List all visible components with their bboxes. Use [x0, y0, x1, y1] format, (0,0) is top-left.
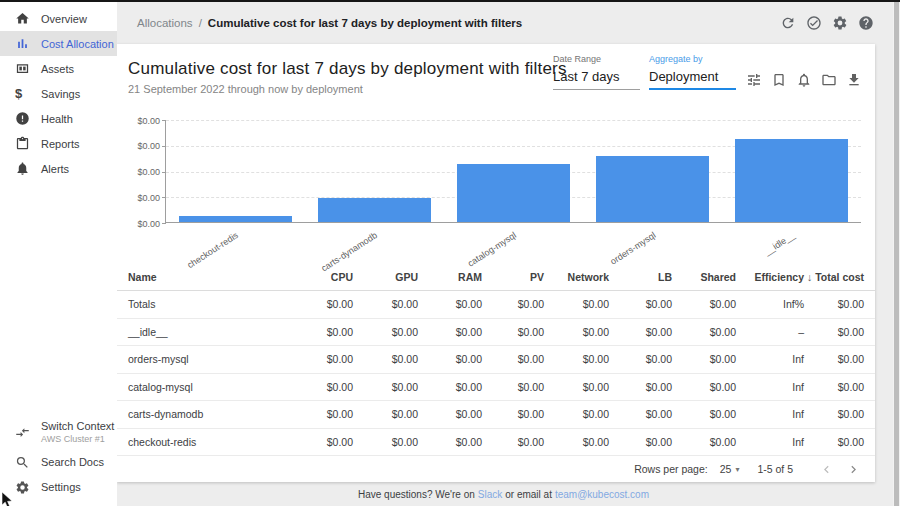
- topbar: Allocations / Cumulative cost for last 7…: [117, 2, 900, 44]
- sidebar-item-texts: Settings: [41, 481, 81, 495]
- sidebar-item-alerts[interactable]: Alerts: [0, 156, 117, 181]
- x-label-slot: orders-mysql: [583, 223, 722, 251]
- date-range-value[interactable]: Last 7 days: [553, 69, 640, 90]
- sidebar-item-texts: Switch ContextAWS Cluster #1: [41, 420, 114, 445]
- sidebar-item-label: Search Docs: [41, 456, 104, 470]
- cell-pv: $0.00: [482, 408, 544, 420]
- table-row-orders-mysql[interactable]: orders-mysql$0.00$0.00$0.00$0.00$0.00$0.…: [117, 346, 875, 374]
- sidebar-item-settings[interactable]: Settings: [0, 475, 117, 500]
- cell-efficiency: –: [736, 326, 804, 338]
- slack-link[interactable]: Slack: [478, 489, 502, 500]
- bar-slot: [583, 120, 722, 222]
- bar-idle[interactable]: [735, 139, 848, 222]
- breadcrumb-section[interactable]: Allocations: [137, 17, 193, 29]
- page-scrollbar[interactable]: [893, 2, 900, 506]
- column-header-ram[interactable]: RAM: [418, 271, 482, 283]
- table-row-checkout-redis[interactable]: checkout-redis$0.00$0.00$0.00$0.00$0.00$…: [117, 429, 875, 457]
- aggregate-by-label: Aggregate by: [649, 54, 736, 64]
- column-header-name[interactable]: Name: [128, 271, 287, 283]
- cell-network: $0.00: [544, 326, 609, 338]
- health-icon: [15, 111, 30, 126]
- gear-icon: [832, 15, 848, 31]
- caret-down-icon: ▾: [735, 465, 739, 474]
- cell-cpu: $0.00: [287, 381, 353, 393]
- column-header-efficiency[interactable]: Efficiency: [736, 271, 804, 283]
- sidebar-item-switch-context[interactable]: Switch ContextAWS Cluster #1: [0, 415, 117, 450]
- previous-page-button[interactable]: [813, 462, 840, 477]
- sidebar-item-health[interactable]: Health: [0, 106, 117, 131]
- cell-efficiency: Inf: [736, 381, 804, 393]
- x-axis-label: __idle__: [763, 230, 797, 257]
- cell-gpu: $0.00: [353, 353, 418, 365]
- tune-button[interactable]: [746, 72, 762, 88]
- y-axis-tick-label: $0.00: [137, 141, 160, 151]
- x-axis-labels: checkout-rediscarts-dynamodbcatalog-mysq…: [165, 223, 861, 251]
- column-header-lb[interactable]: LB: [609, 271, 672, 283]
- column-header-shared[interactable]: Shared: [672, 271, 736, 283]
- gear-button[interactable]: [832, 15, 848, 31]
- aggregate-by-value[interactable]: Deployment: [649, 69, 736, 90]
- cell-pv: $0.00: [482, 436, 544, 448]
- cell-efficiency: Inf: [736, 408, 804, 420]
- bar-checkout-redis[interactable]: [179, 216, 292, 222]
- cell-ram: $0.00: [418, 326, 482, 338]
- rows-per-page-select[interactable]: 25 ▾: [720, 463, 740, 475]
- sidebar-item-assets[interactable]: Assets: [0, 56, 117, 81]
- y-axis-tick-label: $0.00: [137, 116, 160, 126]
- cell-total-cost: $0.00: [804, 436, 864, 448]
- topbar-icons: [780, 15, 874, 31]
- report-header: Cumulative cost for last 7 days by deplo…: [128, 59, 567, 95]
- check-circle-button[interactable]: [806, 15, 822, 31]
- bar-orders-mysql[interactable]: [596, 156, 709, 222]
- email-link[interactable]: team@kubecost.com: [555, 489, 649, 500]
- refresh-button[interactable]: [780, 15, 796, 31]
- cell-cpu: $0.00: [287, 298, 353, 310]
- table-row-totals[interactable]: Totals$0.00$0.00$0.00$0.00$0.00$0.00$0.0…: [117, 291, 875, 319]
- sidebar-item-overview[interactable]: Overview: [0, 6, 117, 31]
- report-subtitle: 21 September 2022 through now by deploym…: [128, 83, 567, 95]
- sidebar: OverviewCost AllocationAssets$SavingsHea…: [0, 2, 117, 506]
- sidebar-footer: Switch ContextAWS Cluster #1Search DocsS…: [0, 415, 117, 500]
- sidebar-item-reports[interactable]: Reports: [0, 131, 117, 156]
- cell-shared: $0.00: [672, 353, 736, 365]
- cell-ram: $0.00: [418, 298, 482, 310]
- bar-catalog-mysql[interactable]: [457, 164, 570, 222]
- column-header-gpu[interactable]: GPU: [353, 271, 418, 283]
- cell-name: carts-dynamodb: [128, 408, 287, 420]
- cell-shared: $0.00: [672, 298, 736, 310]
- column-header-pv[interactable]: PV: [482, 271, 544, 283]
- table-row-carts-dynamodb[interactable]: carts-dynamodb$0.00$0.00$0.00$0.00$0.00$…: [117, 401, 875, 429]
- cell-efficiency: Inf%: [736, 298, 804, 310]
- download-button[interactable]: [846, 72, 862, 88]
- column-header-total-cost[interactable]: ↓Total cost: [804, 271, 864, 283]
- cell-gpu: $0.00: [353, 326, 418, 338]
- cell-network: $0.00: [544, 353, 609, 365]
- bell-button[interactable]: [796, 72, 812, 88]
- table-row-idle[interactable]: __idle__$0.00$0.00$0.00$0.00$0.00$0.00$0…: [117, 319, 875, 347]
- search-icon: [15, 455, 30, 470]
- dollar-icon: $: [15, 86, 30, 101]
- bookmark-button[interactable]: [771, 72, 787, 88]
- sidebar-nav: OverviewCost AllocationAssets$SavingsHea…: [0, 2, 117, 181]
- cell-name: checkout-redis: [128, 436, 287, 448]
- sidebar-item-label: Health: [41, 113, 73, 125]
- sidebar-item-savings[interactable]: $Savings: [0, 81, 117, 106]
- aggregate-by-select[interactable]: Aggregate by Deployment: [649, 54, 736, 90]
- table-row-catalog-mysql[interactable]: catalog-mysql$0.00$0.00$0.00$0.00$0.00$0…: [117, 374, 875, 402]
- bar-carts-dynamodb[interactable]: [318, 198, 431, 222]
- date-range-select[interactable]: Date Range Last 7 days: [553, 54, 640, 90]
- scrollbar-thumb[interactable]: [894, 2, 899, 506]
- folder-button[interactable]: [821, 72, 837, 88]
- sidebar-item-cost-allocation[interactable]: Cost Allocation: [0, 31, 117, 56]
- sidebar-item-search-docs[interactable]: Search Docs: [0, 450, 117, 475]
- check-circle-icon: [806, 15, 822, 31]
- cell-shared: $0.00: [672, 436, 736, 448]
- sidebar-item-texts: Search Docs: [41, 456, 104, 470]
- column-header-cpu[interactable]: CPU: [287, 271, 353, 283]
- help-button[interactable]: [858, 15, 874, 31]
- bell-icon: [796, 72, 812, 88]
- app-screen: OverviewCost AllocationAssets$SavingsHea…: [0, 0, 900, 506]
- column-header-network[interactable]: Network: [544, 271, 609, 283]
- bar-slot: [444, 120, 583, 222]
- next-page-button[interactable]: [840, 462, 867, 477]
